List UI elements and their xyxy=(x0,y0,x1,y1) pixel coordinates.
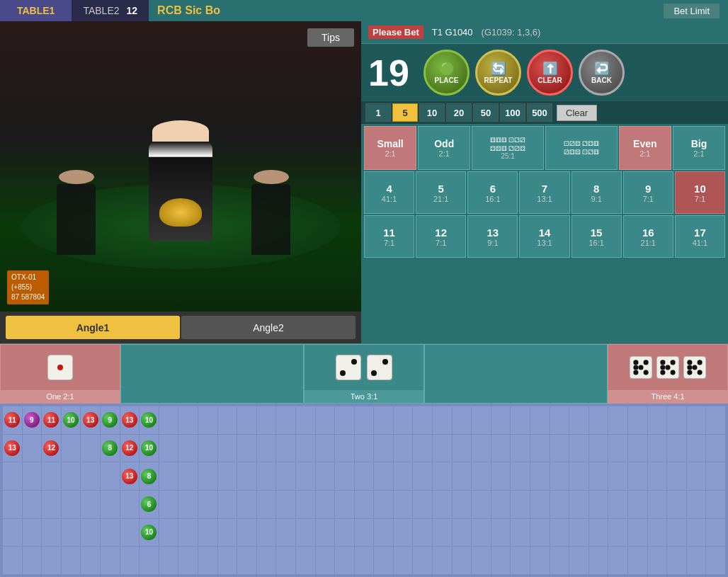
video-panel: Tips OTX-01(+855)87 587804 Angle1 Angle2 xyxy=(0,21,361,343)
bet-6[interactable]: 6 16:1 xyxy=(467,171,518,214)
chip-1[interactable]: 1 xyxy=(365,103,391,122)
history-cell xyxy=(257,491,276,518)
svg-point-28 xyxy=(687,365,692,370)
history-cell xyxy=(667,547,686,574)
history-cell xyxy=(178,491,198,518)
dice-two-section[interactable]: Two 3:1 xyxy=(304,344,424,404)
bet-14[interactable]: 14 13:1 xyxy=(519,215,569,258)
history-cell xyxy=(101,491,120,518)
bet-8[interactable]: 8 9:1 xyxy=(571,171,622,214)
history-ball: 9 xyxy=(102,412,118,428)
bet-7[interactable]: 7 13:1 xyxy=(519,171,569,214)
history-cell xyxy=(589,519,608,547)
history-cell xyxy=(355,547,374,574)
place-button[interactable]: 🟢 PLACE xyxy=(423,50,470,96)
table1-tab[interactable]: TABLE1 xyxy=(0,0,72,21)
history-cell xyxy=(335,491,354,518)
history-cell xyxy=(648,491,667,518)
bet-odd[interactable]: Odd 2:1 xyxy=(418,126,470,170)
dice-one-section[interactable]: One 2:1 xyxy=(0,344,120,404)
history-cell xyxy=(296,462,315,490)
bet-4[interactable]: 4 41:1 xyxy=(364,171,414,214)
back-button[interactable]: ↩️ BACK xyxy=(579,50,625,96)
history-cell xyxy=(81,462,100,490)
bet-9[interactable]: 9 7:1 xyxy=(623,171,673,214)
bet-grid: Small 2:1 Odd 2:1 ⚅⚅⚅⚀⚁⚂ ⚃⚄⚅⚁⚂⚃ 25:1 xyxy=(361,124,728,343)
history-cell xyxy=(355,406,374,434)
bet-big[interactable]: Big 2:1 xyxy=(673,126,725,170)
bet-17[interactable]: 17 41:1 xyxy=(675,215,725,258)
history-cell xyxy=(569,462,588,490)
history-cell xyxy=(355,491,374,518)
tips-button[interactable]: Tips xyxy=(307,28,354,47)
history-cell: 8 xyxy=(140,462,159,490)
chip-50[interactable]: 50 xyxy=(473,103,499,122)
bet-small[interactable]: Small 2:1 xyxy=(364,126,416,170)
bet-13[interactable]: 13 9:1 xyxy=(467,215,518,258)
history-cell xyxy=(276,519,295,547)
history-cell xyxy=(120,491,140,518)
history-cell xyxy=(394,435,413,462)
bet-dice-low[interactable]: ⚅⚅⚅⚀⚁⚂ ⚃⚄⚅⚁⚂⚃ 25:1 xyxy=(472,126,544,170)
bet-16[interactable]: 16 21:1 xyxy=(623,215,673,258)
history-cell xyxy=(237,519,256,547)
bet-limit-button[interactable]: Bet Limit xyxy=(664,4,720,18)
history-cell xyxy=(3,519,22,547)
chip-clear-button[interactable]: Clear xyxy=(557,105,597,121)
history-cell xyxy=(453,435,472,462)
chip-20[interactable]: 20 xyxy=(446,103,472,122)
history-cell xyxy=(394,406,413,434)
history-cell xyxy=(491,547,511,574)
history-cell xyxy=(296,519,315,547)
bet-5[interactable]: 5 21:1 xyxy=(416,171,466,214)
history-cell: 10 xyxy=(140,406,159,434)
chip-5[interactable]: 5 xyxy=(392,103,418,122)
angle1-button[interactable]: Angle1 xyxy=(6,316,180,339)
history-cell: 13 xyxy=(3,435,22,462)
repeat-button[interactable]: 🔄 REPEAT xyxy=(475,50,521,96)
history-cell xyxy=(589,435,608,462)
history-ball: 11 xyxy=(4,412,20,428)
bet-dice-high[interactable]: ⚀⚂⚄⚁⚃⚅ ⚂⚃⚄⚀⚁⚅ xyxy=(545,126,618,170)
bet-11[interactable]: 11 7:1 xyxy=(364,215,414,258)
svg-point-1 xyxy=(57,365,63,370)
game-header-bar: RCB Sic Bo Bet Limit xyxy=(149,0,728,21)
chip-selector: 1 5 10 20 50 100 500 Clear xyxy=(361,101,728,124)
angle2-button[interactable]: Angle2 xyxy=(181,316,356,339)
history-cell xyxy=(491,406,511,434)
chip-10[interactable]: 10 xyxy=(419,103,445,122)
chip-100[interactable]: 100 xyxy=(500,103,525,122)
history-cell xyxy=(453,519,472,547)
history-cell xyxy=(491,462,511,490)
history-cell xyxy=(394,547,413,574)
history-cell xyxy=(530,406,550,434)
history-ball: 10 xyxy=(63,412,79,428)
bet-even[interactable]: Even 2:1 xyxy=(619,126,671,170)
chip-500[interactable]: 500 xyxy=(527,103,552,122)
history-cell xyxy=(569,519,588,547)
history-cell xyxy=(101,462,120,490)
history-cell xyxy=(589,462,608,490)
history-cell xyxy=(550,519,569,547)
svg-point-13 xyxy=(638,365,643,370)
history-cell xyxy=(511,435,530,462)
bet-15[interactable]: 15 16:1 xyxy=(571,215,622,258)
clear-button[interactable]: ⬆️ CLEAR xyxy=(527,50,573,96)
history-cell xyxy=(276,547,295,574)
history-cell xyxy=(257,519,276,547)
history-cell xyxy=(569,435,588,462)
history-cell xyxy=(198,547,217,574)
history-cell xyxy=(120,519,140,547)
table2-tab[interactable]: TABLE2 12 xyxy=(72,0,149,21)
history-cell: 12 xyxy=(120,435,140,462)
bet-10[interactable]: 10 7:1 xyxy=(675,171,725,214)
history-cell xyxy=(198,519,217,547)
dice-three-section[interactable]: Three 4:1 xyxy=(608,344,728,404)
bet-12[interactable]: 12 7:1 xyxy=(416,215,466,258)
history-cell xyxy=(257,406,276,434)
history-cell xyxy=(198,462,217,490)
history-cell xyxy=(81,519,100,547)
history-cell xyxy=(706,435,725,462)
history-cell: 10 xyxy=(140,519,159,547)
history-cell xyxy=(237,462,256,490)
